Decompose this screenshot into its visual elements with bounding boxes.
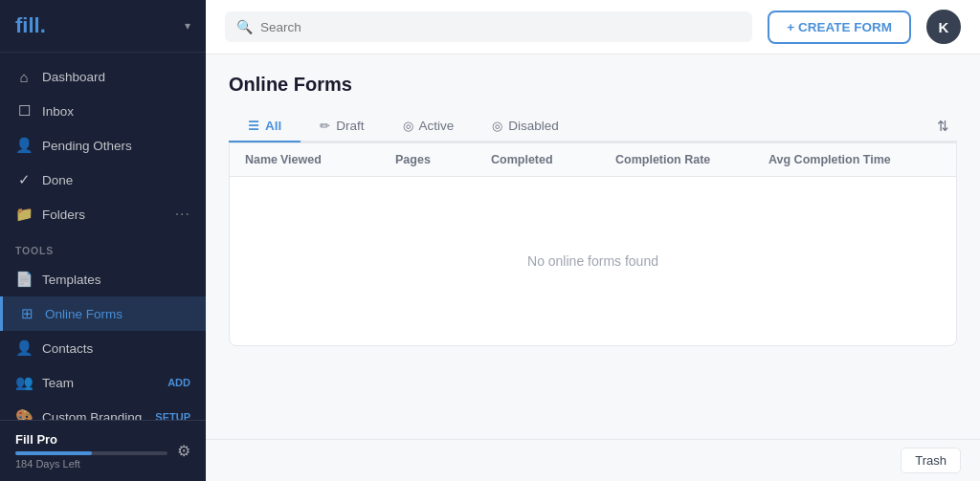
search-box: 🔍 bbox=[225, 11, 752, 42]
col-avg-completion-time: Avg Completion Time bbox=[768, 153, 941, 166]
sidebar-item-team[interactable]: 👥 Team ADD bbox=[0, 365, 206, 400]
tabs-bar: ☰ All ✏ Draft ◎ Active ◎ Disabled ⇅ bbox=[229, 111, 957, 142]
pending-icon: 👤 bbox=[15, 137, 33, 154]
sidebar-nav: ⌂ Dashboard ☐ Inbox 👤 Pending Others ✓ D… bbox=[0, 53, 206, 420]
disabled-icon: ◎ bbox=[492, 119, 502, 133]
sidebar-item-label: Inbox bbox=[42, 104, 74, 119]
page-title: Online Forms bbox=[229, 74, 957, 96]
search-icon: 🔍 bbox=[236, 19, 253, 34]
col-completed: Completed bbox=[491, 153, 615, 166]
sidebar-item-label: Online Forms bbox=[45, 307, 122, 321]
sidebar-item-label: Templates bbox=[42, 273, 101, 287]
tab-all-label: All bbox=[265, 119, 281, 133]
sidebar-item-templates[interactable]: 📄 Templates bbox=[0, 262, 206, 296]
col-completion-rate: Completion Rate bbox=[615, 153, 768, 166]
templates-icon: 📄 bbox=[15, 271, 33, 288]
sidebar-item-label: Dashboard bbox=[42, 70, 105, 84]
progress-bar bbox=[15, 451, 167, 455]
chevron-down-icon: ▾ bbox=[185, 19, 190, 33]
sidebar-item-folders[interactable]: 📁 Folders ··· bbox=[0, 197, 206, 231]
sidebar-item-pending-others[interactable]: 👤 Pending Others bbox=[0, 128, 206, 163]
tab-active[interactable]: ◎ Active bbox=[384, 111, 474, 142]
col-pages: Pages bbox=[395, 153, 491, 166]
progress-fill bbox=[15, 451, 92, 455]
sidebar-item-label: Contacts bbox=[42, 341, 93, 356]
sidebar-item-contacts[interactable]: 👤 Contacts bbox=[0, 331, 206, 365]
sidebar-item-label: Folders bbox=[42, 208, 85, 222]
online-forms-icon: ⊞ bbox=[18, 305, 35, 322]
empty-state-message: No online forms found bbox=[230, 177, 956, 345]
list-icon: ☰ bbox=[248, 119, 259, 133]
footer-days-left: 184 Days Left bbox=[15, 458, 167, 470]
sidebar-item-custom-branding[interactable]: 🎨 Custom Branding SETUP bbox=[0, 400, 206, 420]
settings-gear-icon[interactable]: ⚙ bbox=[177, 442, 190, 460]
active-icon: ◎ bbox=[403, 119, 413, 133]
tools-section-label: TOOLS bbox=[0, 231, 206, 262]
team-badge: ADD bbox=[167, 377, 190, 388]
more-options-icon: ··· bbox=[175, 206, 190, 223]
folders-icon: 📁 bbox=[15, 206, 33, 223]
dashboard-icon: ⌂ bbox=[15, 69, 33, 85]
app-logo: fill. bbox=[15, 13, 46, 38]
footer-info: Fill Pro 184 Days Left bbox=[15, 432, 167, 470]
sidebar-item-inbox[interactable]: ☐ Inbox bbox=[0, 94, 206, 128]
table-container: Name Viewed Pages Completed Completion R… bbox=[229, 142, 957, 346]
sidebar-item-label: Team bbox=[42, 376, 74, 390]
sidebar-item-label: Custom Branding bbox=[42, 410, 142, 421]
main-content: 🔍 + CREATE FORM K Online Forms ☰ All ✏ D… bbox=[206, 0, 980, 481]
draft-icon: ✏ bbox=[320, 119, 330, 133]
header: 🔍 + CREATE FORM K bbox=[206, 0, 980, 55]
tab-all[interactable]: ☰ All bbox=[229, 111, 301, 142]
sidebar-item-online-forms[interactable]: ⊞ Online Forms bbox=[0, 296, 206, 331]
sort-button[interactable]: ⇅ bbox=[929, 114, 957, 139]
sidebar-footer: Fill Pro 184 Days Left ⚙ bbox=[0, 420, 206, 481]
content-area: Online Forms ☰ All ✏ Draft ◎ Active ◎ Di… bbox=[206, 55, 980, 439]
tab-draft-label: Draft bbox=[336, 119, 364, 133]
sidebar-item-dashboard[interactable]: ⌂ Dashboard bbox=[0, 60, 206, 94]
search-input[interactable] bbox=[260, 20, 741, 34]
create-form-button[interactable]: + CREATE FORM bbox=[768, 11, 911, 44]
tab-active-label: Active bbox=[419, 119, 455, 133]
sidebar-item-label: Pending Others bbox=[42, 139, 132, 153]
col-viewed: Viewed bbox=[280, 153, 395, 166]
inbox-icon: ☐ bbox=[15, 102, 33, 120]
tab-draft[interactable]: ✏ Draft bbox=[301, 111, 383, 142]
sidebar-item-done[interactable]: ✓ Done bbox=[0, 163, 206, 197]
footer-plan-title: Fill Pro bbox=[15, 432, 167, 447]
sidebar: fill. ▾ ⌂ Dashboard ☐ Inbox 👤 Pending Ot… bbox=[0, 0, 206, 481]
avatar: K bbox=[926, 10, 961, 44]
tab-disabled[interactable]: ◎ Disabled bbox=[473, 111, 578, 142]
contacts-icon: 👤 bbox=[15, 339, 33, 357]
sidebar-logo[interactable]: fill. ▾ bbox=[0, 0, 206, 53]
done-icon: ✓ bbox=[15, 171, 33, 188]
team-icon: 👥 bbox=[15, 374, 33, 391]
sidebar-item-label: Done bbox=[42, 173, 73, 187]
tab-disabled-label: Disabled bbox=[508, 119, 559, 133]
trash-button[interactable]: Trash bbox=[901, 448, 961, 473]
custom-branding-badge: SETUP bbox=[155, 411, 190, 420]
footer-bar: Trash bbox=[206, 439, 980, 481]
custom-branding-icon: 🎨 bbox=[15, 408, 33, 420]
table-header: Name Viewed Pages Completed Completion R… bbox=[230, 143, 956, 177]
col-name: Name bbox=[245, 153, 280, 166]
